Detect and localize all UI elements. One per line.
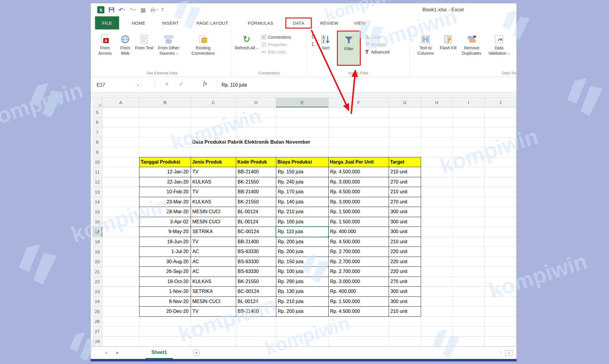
row-header-6[interactable]: 6 bbox=[92, 117, 102, 128]
table-cell[interactable]: TV bbox=[191, 237, 236, 247]
table-cell[interactable]: Rp. 210 juta bbox=[276, 207, 329, 217]
table-cell[interactable]: Rp. 200 juta bbox=[276, 237, 329, 247]
table-cell[interactable]: 8-Nov-20 bbox=[139, 297, 191, 307]
column-header-E[interactable]: E bbox=[276, 98, 329, 107]
table-cell[interactable]: 18-Oct-20 bbox=[139, 277, 191, 287]
table-cell[interactable]: 3-Apr-02 bbox=[139, 217, 191, 227]
table-cell[interactable]: Rp. 3.000.000 bbox=[329, 277, 389, 287]
row-header-27[interactable]: 27 bbox=[92, 327, 102, 337]
table-cell[interactable]: 26-Sep-20 bbox=[139, 267, 191, 277]
column-header-J[interactable]: J bbox=[485, 98, 516, 107]
table-cell[interactable]: Rp. 170 juta bbox=[276, 187, 329, 197]
refresh-all-button[interactable]: ↻ Refresh All ▾ bbox=[234, 31, 259, 66]
table-cell[interactable]: BS-63330 bbox=[236, 267, 276, 277]
table-cell[interactable]: BB-21400 bbox=[236, 167, 276, 177]
table-header-cell[interactable]: Kode Produk bbox=[236, 157, 276, 167]
table-cell[interactable]: MESIN CUCI bbox=[191, 217, 236, 227]
grid-body[interactable]: Data Produksi Pabrik Elektronik Bulan No… bbox=[102, 107, 516, 346]
table-cell[interactable]: 300 unit bbox=[389, 287, 421, 297]
name-box-caret-icon[interactable]: ▾ bbox=[137, 84, 139, 87]
row-header-9[interactable]: 9 bbox=[92, 147, 102, 157]
tab-data[interactable]: DATA bbox=[287, 16, 311, 29]
insert-function-icon[interactable]: fx bbox=[203, 80, 207, 87]
row-header-12[interactable]: 12 bbox=[92, 177, 102, 187]
table-cell[interactable]: AC bbox=[191, 247, 236, 257]
tab-review[interactable]: REVIEW bbox=[317, 16, 341, 29]
table-cell[interactable]: Rp. 3.000.000 bbox=[329, 177, 389, 187]
table-cell[interactable]: Rp. 130 juta bbox=[276, 287, 329, 297]
table-cell[interactable]: 210 unit bbox=[389, 307, 421, 317]
tab-home[interactable]: HOME bbox=[129, 16, 148, 29]
table-cell[interactable]: Rp. 1.500.000 bbox=[329, 217, 389, 227]
table-cell[interactable]: BL-00124 bbox=[236, 297, 276, 307]
row-header-13[interactable]: 13 bbox=[92, 187, 102, 197]
table-cell[interactable]: BB-21400 bbox=[236, 307, 276, 317]
fill-handle[interactable] bbox=[327, 236, 329, 238]
table-cell[interactable]: 210 unit bbox=[389, 187, 421, 197]
table-cell[interactable]: 300 unit bbox=[389, 207, 421, 217]
table-cell[interactable]: Rp. 2.700.000 bbox=[329, 267, 389, 277]
column-header-G[interactable]: G bbox=[389, 98, 421, 107]
table-cell[interactable]: BK-21550 bbox=[236, 177, 276, 187]
table-cell[interactable]: KULKAS bbox=[191, 177, 236, 187]
table-cell[interactable]: 270 unit bbox=[389, 197, 421, 207]
table-cell[interactable]: Rp. 210 juta bbox=[276, 297, 329, 307]
table-cell[interactable]: Rp. 240 juta bbox=[276, 177, 329, 187]
formula-content[interactable]: Rp. 110 juta bbox=[222, 78, 247, 92]
connections-button[interactable]: Connections bbox=[261, 35, 291, 40]
table-cell[interactable]: Rp. 200 juta bbox=[276, 247, 329, 257]
from-web-button[interactable]: From Web bbox=[116, 31, 135, 66]
table-cell[interactable]: Rp. 150 juta bbox=[276, 167, 329, 177]
table-cell[interactable]: 9-May-20 bbox=[139, 227, 191, 237]
table-cell[interactable]: Rp. 290 juta bbox=[276, 277, 329, 287]
row-header-28[interactable]: 28 bbox=[92, 337, 102, 347]
table-cell[interactable]: BB-21400 bbox=[236, 187, 276, 197]
table-cell[interactable]: 220 unit bbox=[389, 267, 421, 277]
table-cell[interactable]: BK-21550 bbox=[236, 277, 276, 287]
table-header-cell[interactable]: Biaya Produksi bbox=[276, 157, 329, 167]
existing-connections-button[interactable]: Existing Connections bbox=[188, 31, 218, 66]
table-cell[interactable]: 300 unit bbox=[389, 227, 421, 237]
row-header-16[interactable]: 16 bbox=[92, 217, 102, 227]
table-cell[interactable]: TV bbox=[191, 187, 236, 197]
table-cell[interactable]: BL-00124 bbox=[236, 217, 276, 227]
row-header-19[interactable]: 19 bbox=[92, 247, 102, 257]
table-cell[interactable]: AC bbox=[191, 257, 236, 267]
table-cell[interactable]: Rp. 2.700.000 bbox=[329, 257, 389, 267]
table-cell[interactable]: Rp. 100 juta bbox=[276, 217, 329, 227]
table-cell[interactable]: Rp. 4.500.000 bbox=[329, 237, 389, 247]
table-cell[interactable]: BS-63330 bbox=[236, 257, 276, 267]
table-cell[interactable]: TV bbox=[191, 167, 236, 177]
row-header-25[interactable]: 25 bbox=[92, 307, 102, 317]
flash-fill-button[interactable]: Flash Fill bbox=[438, 31, 458, 66]
row-header-15[interactable]: 15 bbox=[92, 207, 102, 217]
table-cell[interactable]: Rp. 100 juta bbox=[276, 267, 329, 277]
table-cell[interactable]: Rp. 400.000 bbox=[329, 227, 389, 237]
filter-button[interactable]: Filter bbox=[337, 31, 361, 66]
table-cell[interactable]: 23-Mar-20 bbox=[139, 197, 191, 207]
table-header-cell[interactable]: Target bbox=[389, 157, 421, 167]
table-cell[interactable]: BC-00124 bbox=[236, 227, 276, 237]
row-header-5[interactable]: 5 bbox=[92, 107, 102, 117]
from-text-button[interactable]: From Text bbox=[135, 31, 154, 66]
table-cell[interactable]: BB-21400 bbox=[236, 237, 276, 247]
table-cell[interactable]: 300 unit bbox=[389, 297, 421, 307]
table-cell[interactable]: Rp. 4.500.000 bbox=[329, 307, 389, 317]
row-header-14[interactable]: 14 bbox=[92, 197, 102, 207]
column-header-I[interactable]: I bbox=[453, 98, 485, 107]
table-header-cell[interactable]: Harga Jual Per Unit bbox=[329, 157, 389, 167]
row-header-7[interactable]: 7 bbox=[92, 127, 102, 137]
tab-file[interactable]: FILE bbox=[95, 16, 119, 29]
print-button[interactable]: ▾ bbox=[150, 7, 158, 13]
cancel-icon[interactable]: × bbox=[165, 81, 169, 87]
table-cell[interactable]: KULKAS bbox=[191, 277, 236, 287]
table-cell[interactable]: Rp. 400.000 bbox=[329, 287, 389, 297]
table-cell[interactable]: 210 unit bbox=[389, 237, 421, 247]
from-other-sources-button[interactable]: From Other Sources ▾ bbox=[154, 31, 183, 66]
from-access-button[interactable]: A From Access bbox=[94, 31, 116, 66]
table-cell[interactable]: Rp. 1.500.000 bbox=[329, 297, 389, 307]
row-header-20[interactable]: 20 bbox=[92, 257, 102, 267]
table-cell[interactable]: 12-Jan-20 bbox=[139, 167, 191, 177]
table-cell[interactable]: MESIN CUCI bbox=[191, 207, 236, 217]
table-cell[interactable]: 20-Dec-20 bbox=[139, 307, 191, 317]
